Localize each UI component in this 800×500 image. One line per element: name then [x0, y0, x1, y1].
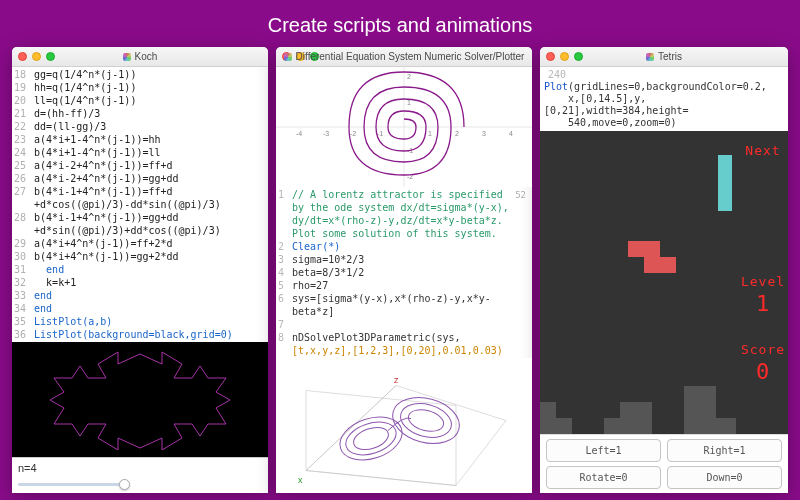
svg-text:3: 3	[482, 130, 486, 137]
zoom-icon[interactable]	[310, 52, 319, 61]
svg-text:x: x	[298, 475, 303, 485]
level-value: 1	[738, 291, 788, 316]
svg-text:-3: -3	[323, 130, 329, 137]
tetris-playfield[interactable]	[540, 131, 738, 434]
svg-text:1: 1	[428, 130, 432, 137]
next-label: Next	[738, 143, 788, 158]
window-koch: Koch 18192021222324252627 28 29303132333…	[12, 47, 268, 493]
ground-block	[540, 402, 556, 434]
svg-text:2: 2	[455, 130, 459, 137]
close-icon[interactable]	[546, 52, 555, 61]
titlebar-tetris[interactable]: Tetris	[540, 47, 788, 67]
zoom-icon[interactable]	[46, 52, 55, 61]
svg-text:1: 1	[407, 99, 411, 106]
svg-text:-1: -1	[377, 130, 383, 137]
rotate-button[interactable]: Rotate=0	[546, 466, 661, 489]
next-piece	[718, 155, 732, 211]
tetris-controls-row2: Rotate=0 Down=0	[540, 466, 788, 493]
svg-text:2: 2	[407, 73, 411, 80]
slider-label: n=4	[18, 462, 262, 474]
spiral-plot: -4-3-2-1 1234 21 -1-2	[276, 67, 532, 187]
svg-point-24	[351, 423, 391, 453]
line-count: 52	[515, 189, 526, 202]
minimize-icon[interactable]	[560, 52, 569, 61]
app-icon	[646, 53, 654, 61]
level-label: Level	[738, 274, 788, 289]
tetris-sidebar: Next Level 1 Score 0	[738, 131, 788, 434]
traffic-lights[interactable]	[18, 52, 55, 61]
koch-plot	[12, 342, 268, 457]
svg-line-19	[456, 358, 506, 406]
lorenz-3d-plot: x z	[276, 358, 532, 493]
code-editor-ode[interactable]: 52 1 23456 78 // A lorentz attractor is …	[276, 187, 532, 358]
close-icon[interactable]	[18, 52, 27, 61]
titlebar-koch[interactable]: Koch	[12, 47, 268, 67]
svg-text:z: z	[394, 375, 399, 385]
traffic-lights[interactable]	[546, 52, 583, 61]
svg-point-27	[406, 406, 446, 435]
close-icon[interactable]	[282, 52, 291, 61]
minimize-icon[interactable]	[32, 52, 41, 61]
window-ode: Differential Equation System Numeric Sol…	[276, 47, 532, 493]
n-slider[interactable]	[18, 477, 128, 491]
traffic-lights[interactable]	[282, 52, 319, 61]
koch-snowflake-icon	[12, 342, 268, 462]
window-tetris: Tetris 240Plot(gridLines=0,backgroundCol…	[540, 47, 788, 493]
slider-thumb[interactable]	[119, 479, 130, 490]
falling-piece	[628, 241, 644, 257]
right-button[interactable]: Right=1	[667, 439, 782, 462]
left-button[interactable]: Left=1	[546, 439, 661, 462]
code-editor-koch[interactable]: 18192021222324252627 28 2930313233343536…	[12, 67, 268, 342]
app-icon	[123, 53, 131, 61]
svg-point-26	[397, 398, 456, 442]
svg-point-23	[342, 416, 401, 461]
tetris-code-header[interactable]: 240Plot(gridLines=0,backgroundColor=0.2,…	[540, 67, 788, 131]
score-label: Score	[738, 342, 788, 357]
tetris-controls-row1: Left=1 Right=1	[540, 434, 788, 466]
titlebar-ode[interactable]: Differential Equation System Numeric Sol…	[276, 47, 532, 67]
window-row: Koch 18192021222324252627 28 29303132333…	[0, 47, 800, 493]
score-value: 0	[738, 359, 788, 384]
svg-text:4: 4	[509, 130, 513, 137]
tetris-game-area[interactable]: Next Level 1 Score 0	[540, 131, 788, 434]
svg-line-17	[306, 391, 456, 406]
svg-text:-4: -4	[296, 130, 302, 137]
zoom-icon[interactable]	[574, 52, 583, 61]
slider-panel: n=4	[12, 457, 268, 493]
minimize-icon[interactable]	[296, 52, 305, 61]
svg-text:-2: -2	[350, 130, 356, 137]
banner-text: Create scripts and animations	[0, 0, 800, 47]
svg-point-22	[334, 410, 407, 468]
down-button[interactable]: Down=0	[667, 466, 782, 489]
